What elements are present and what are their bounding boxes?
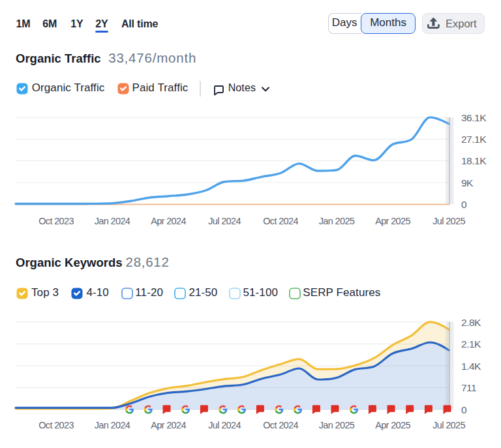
- svg-text:Apr 2025: Apr 2025: [375, 216, 410, 226]
- svg-text:1.4K: 1.4K: [461, 361, 481, 372]
- svg-text:Jan 2024: Jan 2024: [95, 216, 130, 226]
- svg-text:27.1K: 27.1K: [461, 134, 487, 145]
- svg-text:2.1K: 2.1K: [461, 338, 481, 350]
- svg-text:Apr 2024: Apr 2024: [151, 216, 186, 226]
- svg-text:36.1K: 36.1K: [461, 112, 487, 123]
- svg-text:Oct 2023: Oct 2023: [38, 216, 74, 226]
- svg-text:Jan 2024: Jan 2024: [95, 420, 130, 430]
- svg-text:Oct 2023: Oct 2023: [38, 420, 74, 430]
- svg-text:Apr 2025: Apr 2025: [375, 420, 410, 430]
- svg-text:Jan 2025: Jan 2025: [319, 216, 355, 226]
- svg-text:18.1K: 18.1K: [461, 155, 487, 166]
- svg-text:Jan 2025: Jan 2025: [319, 420, 355, 430]
- svg-text:Jul 2024: Jul 2024: [208, 216, 241, 226]
- svg-text:9K: 9K: [461, 177, 474, 188]
- svg-text:0: 0: [461, 404, 467, 415]
- svg-text:Jul 2025: Jul 2025: [433, 216, 465, 226]
- svg-text:Jul 2024: Jul 2024: [208, 420, 241, 430]
- svg-text:Apr 2024: Apr 2024: [151, 420, 186, 430]
- svg-text:Oct 2024: Oct 2024: [263, 420, 298, 430]
- svg-text:Oct 2024: Oct 2024: [263, 216, 298, 226]
- svg-text:711: 711: [461, 382, 476, 393]
- svg-text:0: 0: [461, 199, 467, 210]
- svg-text:2.8K: 2.8K: [461, 317, 481, 328]
- svg-text:Jul 2025: Jul 2025: [433, 420, 465, 430]
